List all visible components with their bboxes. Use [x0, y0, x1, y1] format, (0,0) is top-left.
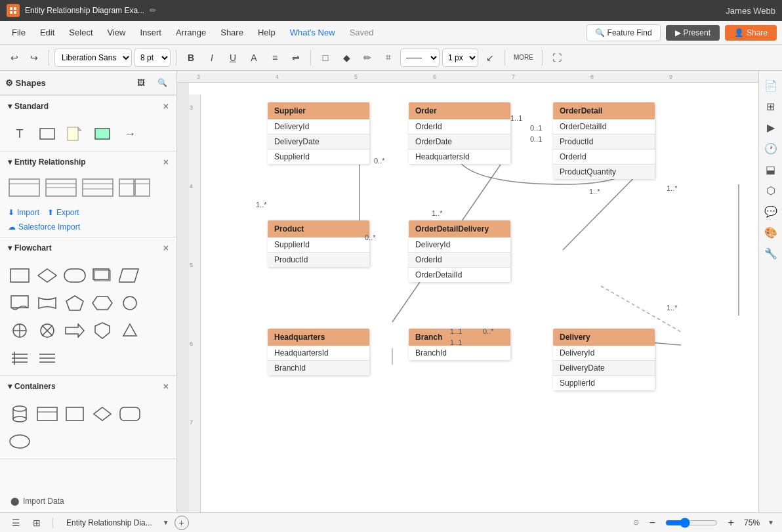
headquarters-table[interactable]: Headquarters HeadquartersId BranchId [268, 329, 369, 375]
er-shape-2[interactable] [45, 178, 77, 197]
menu-share[interactable]: Share [214, 25, 250, 40]
colored-rect-shape[interactable] [91, 122, 114, 146]
menu-whats-new[interactable]: What's New [283, 25, 342, 40]
present-button[interactable]: ▶ Present [666, 25, 720, 41]
cont-rounded[interactable] [118, 402, 142, 426]
standard-header[interactable]: ▾Standard × [0, 96, 176, 117]
standard-close[interactable]: × [163, 101, 169, 112]
font-size-select[interactable]: 8 pt [134, 49, 171, 67]
menu-insert[interactable]: Insert [133, 25, 168, 40]
fc-double-rect[interactable] [91, 264, 114, 287]
order-table[interactable]: Order OrderId OrderDate HeadquartersId [409, 102, 510, 164]
list-view-icon[interactable]: ☰ [8, 515, 24, 531]
zoom-in-button[interactable]: + [722, 514, 740, 532]
text-shape[interactable]: T [8, 122, 31, 146]
zoom-slider[interactable] [665, 518, 718, 528]
rp-tools-icon[interactable]: 🔧 [762, 244, 780, 262]
canvas[interactable]: 3 4 5 6 7 [189, 83, 758, 512]
containers-close[interactable]: × [163, 381, 169, 392]
fc-triangle[interactable] [118, 319, 142, 342]
menu-edit[interactable]: Edit [33, 25, 61, 40]
menu-help[interactable]: Help [251, 25, 282, 40]
fc-plus[interactable] [8, 319, 31, 342]
font-family-select[interactable]: Liberation Sans [54, 49, 132, 67]
cont-swimlane[interactable] [35, 402, 59, 426]
flowchart-close[interactable]: × [163, 243, 169, 253]
edit-icon[interactable]: ✏ [150, 6, 156, 15]
fc-pentagon[interactable] [63, 291, 87, 315]
fullscreen-button[interactable]: ⛶ [548, 49, 566, 67]
feature-find-button[interactable]: 🔍 Feature Find [586, 24, 661, 41]
er-shape-1[interactable] [8, 178, 41, 197]
note-shape[interactable] [63, 122, 87, 146]
fc-parallelogram[interactable] [118, 264, 142, 287]
er-shape-3[interactable] [81, 178, 114, 197]
cont-ellipse[interactable] [8, 430, 31, 453]
waypoint-button[interactable]: ↙ [481, 49, 499, 67]
rp-clock-icon[interactable]: 🕐 [762, 139, 780, 157]
cont-cylinder[interactable] [8, 402, 31, 426]
align-left-button[interactable]: ≡ [266, 49, 284, 67]
export-button[interactable]: ⬆ Export [47, 208, 79, 217]
er-close[interactable]: × [163, 157, 169, 167]
undo-button[interactable]: ↩ [5, 49, 24, 67]
add-page-button[interactable]: + [175, 516, 189, 530]
rp-plugin-icon[interactable]: ⬡ [762, 181, 780, 199]
share-button[interactable]: 👤 Share [725, 25, 777, 41]
delivery-table[interactable]: Delivery DeliveryId DeliveryDate Supplie… [553, 329, 655, 390]
orderdetail-table[interactable]: OrderDetail OrderDetailId ProductId Orde… [553, 102, 655, 179]
cont-rect2[interactable] [63, 402, 87, 426]
bold-button[interactable]: B [182, 49, 200, 67]
salesforce-import-button[interactable]: ☁ Salesforce Import [0, 222, 176, 237]
rp-layers-icon[interactable]: 📄 [762, 76, 780, 94]
rp-grid-icon[interactable]: ⊞ [762, 97, 780, 115]
underline-button[interactable]: U [224, 49, 242, 67]
fc-rect[interactable] [8, 264, 31, 287]
font-color-button[interactable]: A [245, 49, 263, 67]
rp-comment-icon[interactable]: 💬 [762, 202, 780, 220]
flowchart-header[interactable]: ▾Flowchart × [0, 237, 176, 258]
containers-header[interactable]: ▾Containers × [0, 376, 176, 397]
image-search-icon[interactable]: 🖼 [132, 73, 150, 92]
fc-list[interactable] [8, 346, 31, 370]
zoom-out-button[interactable]: − [643, 514, 661, 532]
er-shape-4[interactable] [118, 178, 151, 197]
zoom-dropdown-icon[interactable]: ▼ [768, 519, 774, 526]
fc-arrow-right[interactable] [63, 319, 87, 342]
text-direction-button[interactable]: ⇌ [287, 49, 305, 67]
fc-stadium[interactable] [63, 264, 87, 287]
fill-color-button[interactable]: ◆ [337, 49, 356, 67]
fc-circle[interactable] [118, 291, 142, 315]
stroke-width-select[interactable]: 1 px [442, 49, 478, 67]
connector-style-button[interactable]: ⌗ [379, 49, 398, 67]
more-button[interactable]: MORE [510, 49, 537, 67]
grid-view-icon[interactable]: ⊞ [29, 515, 45, 531]
fc-tape[interactable] [35, 291, 59, 315]
fc-diamond[interactable] [35, 264, 59, 287]
product-table[interactable]: Product SupplierId ProductId [268, 220, 369, 267]
fc-shield[interactable] [91, 319, 114, 342]
rect-shape[interactable] [35, 122, 59, 146]
shape-style-button[interactable]: □ [316, 49, 335, 67]
menu-file[interactable]: File [5, 25, 32, 40]
rp-palette-icon[interactable]: 🎨 [762, 223, 780, 241]
supplier-table[interactable]: Supplier DeliveryId DeliveryDate Supplie… [268, 102, 369, 164]
import-data-button[interactable]: ⬤ Import Data [10, 497, 166, 506]
redo-button[interactable]: ↪ [25, 49, 43, 67]
er-header[interactable]: ▾Entity Relationship × [0, 152, 176, 173]
tab-dropdown-icon[interactable]: ▼ [163, 519, 169, 526]
menu-view[interactable]: View [101, 25, 133, 40]
fc-lines[interactable] [35, 346, 59, 370]
diagram-tab[interactable]: Entity Relationship Dia... [61, 517, 157, 529]
stroke-style-select[interactable]: —— [400, 49, 440, 67]
menu-arrange[interactable]: Arrange [169, 25, 213, 40]
fc-doc[interactable] [8, 291, 31, 315]
rp-stack-icon[interactable]: ⬓ [762, 160, 780, 178]
fc-hexagon[interactable] [91, 291, 114, 315]
import-button[interactable]: ⬇ Import [8, 208, 39, 217]
line-color-button[interactable]: ✏ [358, 49, 377, 67]
orderdetaildelivery-table[interactable]: OrderDetailDelivery DeliveryId OrderId O… [409, 220, 510, 282]
fc-cross-circle[interactable] [35, 319, 59, 342]
italic-button[interactable]: I [203, 49, 221, 67]
search-shapes-icon[interactable]: 🔍 [153, 73, 171, 92]
